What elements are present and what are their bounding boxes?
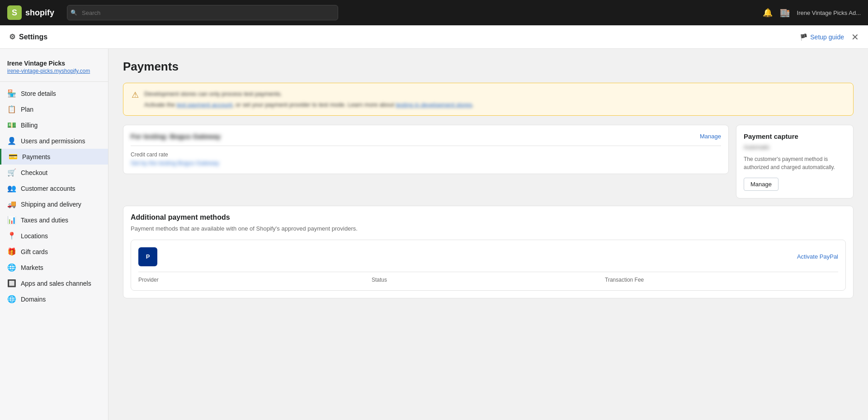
storefront-icon[interactable]: 🏬 [780, 8, 790, 18]
sidebar-item-label-plan: Plan [21, 106, 33, 113]
sidebar: Irene Vintage Picks irene-vintage-picks.… [0, 49, 108, 420]
gateway-credit-card-field: Credit card rate Set by the testing Bogu… [131, 151, 721, 166]
settings-bar-right: 🏴 Setup guide ✕ [800, 32, 859, 42]
paypal-logo-text: P [146, 253, 150, 260]
billing-icon: 💵 [7, 121, 16, 129]
customer-accounts-icon: 👥 [7, 184, 16, 193]
payment-capture-desc: The customer's payment method is authori… [744, 155, 846, 171]
search-box [67, 5, 338, 20]
top-bar: S shopify 🔔 🏬 Irene Vintage Picks Ad... [0, 0, 868, 25]
payment-capture-title: Payment capture [744, 132, 846, 140]
warning-text: Development stores can only process test… [144, 90, 474, 109]
shopify-logo-icon: S [7, 5, 22, 20]
logo[interactable]: S shopify [7, 5, 54, 20]
sidebar-item-label-billing: Billing [21, 122, 38, 129]
sidebar-item-label-locations: Locations [21, 232, 48, 240]
sidebar-item-label-domains: Domains [21, 296, 46, 303]
paypal-row: P Activate PayPal [138, 247, 838, 266]
cards-row: For testing: Bogus Gateway Manage Credit… [123, 125, 854, 198]
sidebar-item-customer-accounts[interactable]: 👥Customer accounts [0, 180, 108, 196]
store-details-icon: 🏪 [7, 89, 16, 98]
sidebar-item-store-details[interactable]: 🏪Store details [0, 85, 108, 101]
sidebar-item-locations[interactable]: 📍Locations [0, 228, 108, 244]
users-permissions-icon: 👤 [7, 137, 16, 145]
user-account[interactable]: Irene Vintage Picks Ad... [797, 9, 861, 16]
sidebar-item-payments[interactable]: 💳Payments [0, 149, 108, 165]
notifications-icon[interactable]: 🔔 [763, 8, 773, 18]
settings-title-group: ⚙ Settings [9, 33, 47, 41]
additional-payments-card: Additional payment methods Payment metho… [123, 206, 854, 298]
store-name: Irene Vintage Picks [7, 60, 101, 67]
provider-headers: Provider Status Transaction Fee [138, 272, 838, 283]
content-area: Payments ⚠ Development stores can only p… [108, 49, 868, 420]
sidebar-item-domains[interactable]: 🌐Domains [0, 291, 108, 307]
sidebar-item-gift-cards[interactable]: 🎁Gift cards [0, 244, 108, 260]
taxes-duties-icon: 📊 [7, 216, 16, 224]
sidebar-item-label-store-details: Store details [21, 90, 56, 97]
gateway-card: For testing: Bogus Gateway Manage Credit… [123, 125, 729, 174]
close-button[interactable]: ✕ [851, 32, 859, 42]
settings-bar: ⚙ Settings 🏴 Setup guide ✕ [0, 25, 868, 49]
apps-sales-channels-icon: 🔲 [7, 279, 16, 288]
payments-icon: 💳 [9, 152, 18, 161]
sidebar-item-shipping-delivery[interactable]: 🚚Shipping and delivery [0, 196, 108, 212]
payment-capture-subtitle: Automatic [744, 144, 846, 151]
nav-list: 🏪Store details📋Plan💵Billing👤Users and pe… [0, 85, 108, 307]
additional-methods-title: Additional payment methods [131, 213, 846, 222]
sidebar-item-billing[interactable]: 💵Billing [0, 117, 108, 133]
sidebar-item-label-gift-cards: Gift cards [21, 248, 48, 255]
warning-line1: Development stores can only process test… [144, 90, 474, 99]
sidebar-item-users-permissions[interactable]: 👤Users and permissions [0, 133, 108, 149]
store-url[interactable]: irene-vintage-picks.myshopify.com [7, 68, 101, 74]
paypal-logo: P [138, 247, 157, 266]
sidebar-item-label-customer-accounts: Customer accounts [21, 185, 75, 192]
paypal-provider-card: P Activate PayPal Provider Status Transa… [131, 240, 846, 291]
activate-paypal-link[interactable]: Activate PayPal [797, 253, 838, 260]
flag-icon: 🏴 [800, 33, 807, 41]
sidebar-item-label-checkout: Checkout [21, 169, 47, 176]
sidebar-item-taxes-duties[interactable]: 📊Taxes and duties [0, 212, 108, 228]
provider-header-status: Status [372, 277, 605, 283]
warning-icon: ⚠ [132, 90, 139, 100]
payment-capture-manage-button[interactable]: Manage [744, 178, 778, 191]
provider-header-fee: Transaction Fee [605, 277, 838, 283]
payment-capture-card: Payment capture Automatic The customer's… [736, 125, 854, 198]
sidebar-item-apps-sales-channels[interactable]: 🔲Apps and sales channels [0, 275, 108, 291]
locations-icon: 📍 [7, 231, 16, 240]
topbar-right-actions: 🔔 🏬 Irene Vintage Picks Ad... [763, 8, 861, 18]
main-layout: Irene Vintage Picks irene-vintage-picks.… [0, 49, 868, 420]
sidebar-item-label-markets: Markets [21, 264, 43, 271]
gateway-card-header: For testing: Bogus Gateway Manage [131, 132, 721, 146]
shipping-delivery-icon: 🚚 [7, 200, 16, 208]
markets-icon: 🌐 [7, 263, 16, 272]
settings-gear-icon: ⚙ [9, 33, 15, 41]
plan-icon: 📋 [7, 105, 16, 113]
settings-title-text: Settings [19, 33, 47, 41]
sidebar-item-plan[interactable]: 📋Plan [0, 101, 108, 117]
sidebar-item-label-users-permissions: Users and permissions [21, 137, 85, 145]
sidebar-item-label-shipping-delivery: Shipping and delivery [21, 201, 81, 208]
sidebar-item-checkout[interactable]: 🛒Checkout [0, 165, 108, 180]
gateway-title: For testing: Bogus Gateway [131, 132, 221, 140]
store-info: Irene Vintage Picks irene-vintage-picks.… [0, 56, 108, 82]
sidebar-item-label-payments: Payments [22, 153, 50, 160]
additional-methods-desc: Payment methods that are available with … [131, 224, 846, 233]
checkout-icon: 🛒 [7, 168, 16, 177]
sidebar-item-label-taxes-duties: Taxes and duties [21, 217, 68, 224]
field-label: Credit card rate [131, 151, 721, 158]
shopify-logo-text: shopify [25, 8, 54, 18]
search-input[interactable] [67, 5, 338, 20]
domains-icon: 🌐 [7, 295, 16, 303]
gateway-manage-link[interactable]: Manage [700, 133, 721, 140]
warning-banner: ⚠ Development stores can only process te… [123, 83, 854, 116]
page-title: Payments [123, 60, 854, 74]
sidebar-item-label-apps-sales-channels: Apps and sales channels [21, 280, 91, 287]
setup-guide-button[interactable]: 🏴 Setup guide [800, 33, 844, 41]
sidebar-item-markets[interactable]: 🌐Markets [0, 260, 108, 275]
field-value: Set by the testing Bogus Gateway [131, 160, 721, 166]
search-wrapper [67, 5, 338, 20]
provider-header-provider: Provider [138, 277, 372, 283]
warning-line2: Activate the test payment account, or se… [144, 100, 474, 109]
gift-cards-icon: 🎁 [7, 247, 16, 256]
